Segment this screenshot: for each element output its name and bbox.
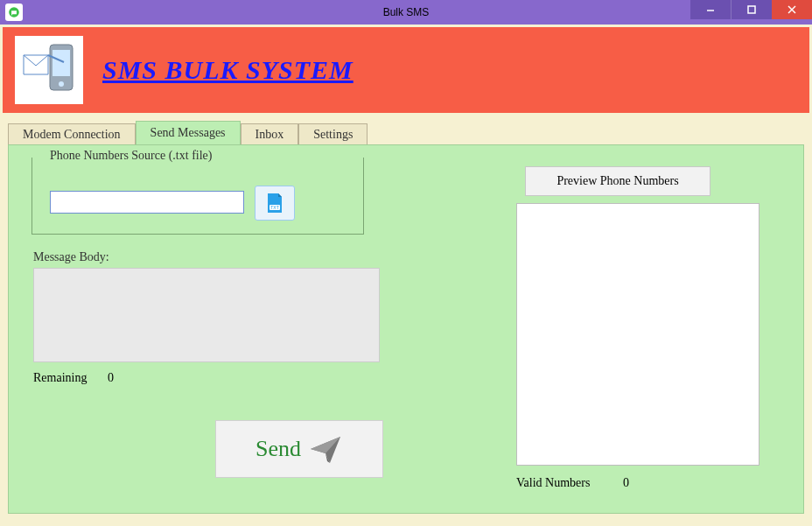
paper-plane-icon [308, 431, 343, 466]
app-icon [5, 4, 23, 21]
svg-rect-6 [52, 50, 70, 76]
titlebar: Bulk SMS [0, 0, 812, 25]
svg-rect-2 [748, 6, 755, 13]
phone-mail-icon [18, 39, 80, 101]
maximize-button[interactable] [732, 0, 772, 19]
send-button-label: Send [256, 436, 301, 462]
minimize-icon [706, 5, 715, 14]
browse-file-button[interactable]: TXT [255, 186, 295, 221]
close-button[interactable] [772, 0, 812, 19]
preview-numbers-label: Preview Phone Numbers [556, 174, 678, 188]
window-title: Bulk SMS [383, 6, 430, 18]
message-body-input[interactable] [33, 268, 380, 362]
banner: SMS BULK SYSTEM [3, 27, 809, 113]
txt-file-icon: TXT [263, 192, 286, 214]
banner-title: SMS BULK SYSTEM [102, 55, 354, 85]
phone-source-input[interactable] [50, 191, 244, 214]
tab-inbox[interactable]: Inbox [241, 123, 299, 145]
banner-logo [15, 36, 83, 104]
maximize-icon [747, 5, 756, 14]
phone-source-group: Phone Numbers Source (.txt file) TXT [32, 158, 364, 235]
close-icon [788, 5, 796, 14]
valid-numbers-label: Valid Numbers [516, 476, 590, 490]
svg-point-7 [59, 81, 64, 87]
tabstrip: Modem Connection Send Messages Inbox Set… [3, 122, 809, 144]
send-button[interactable]: Send [215, 420, 383, 478]
send-messages-panel: Phone Numbers Source (.txt file) TXT Mes… [8, 144, 804, 514]
preview-numbers-list[interactable] [516, 203, 760, 466]
svg-text:TXT: TXT [270, 205, 278, 210]
tab-settings[interactable]: Settings [298, 123, 368, 145]
minimize-button[interactable] [690, 0, 732, 19]
tab-send-messages[interactable]: Send Messages [136, 121, 241, 144]
preview-numbers-button[interactable]: Preview Phone Numbers [525, 166, 710, 196]
valid-numbers-value: 0 [623, 476, 629, 490]
remaining-value: 0 [108, 371, 114, 385]
tab-modem-connection[interactable]: Modem Connection [8, 123, 136, 145]
remaining-label: Remaining [33, 371, 87, 385]
phone-source-label: Phone Numbers Source (.txt file) [45, 149, 217, 163]
message-body-label: Message Body: [33, 250, 109, 264]
